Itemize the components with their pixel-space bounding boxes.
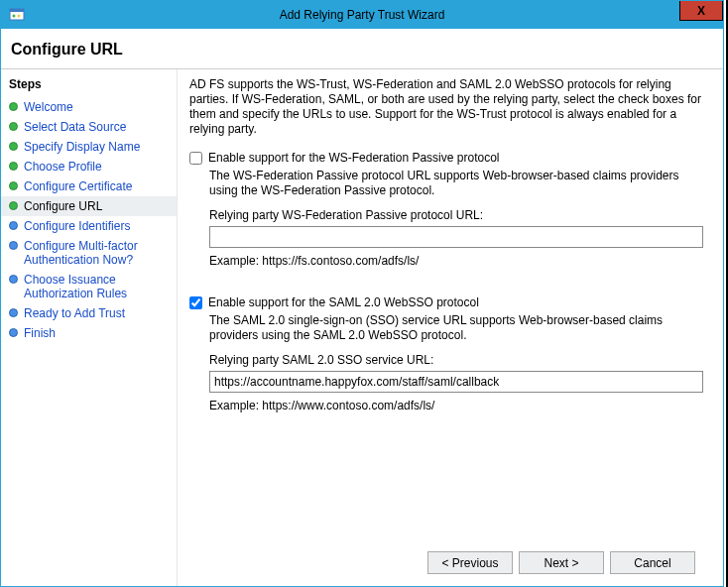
step-item[interactable]: Ready to Add Trust: [1, 303, 177, 323]
step-label: Configure Identifiers: [24, 219, 171, 233]
step-label: Choose Issuance Authorization Rules: [24, 273, 171, 300]
saml-description: The SAML 2.0 single-sign-on (SSO) servic…: [209, 313, 709, 343]
step-label: Specify Display Name: [24, 140, 171, 154]
step-label: Configure Certificate: [24, 179, 171, 193]
step-bullet-icon: [9, 181, 18, 190]
step-item[interactable]: Configure URL: [1, 196, 177, 216]
wsfed-description: The WS-Federation Passive protocol URL s…: [209, 169, 709, 198]
cancel-button[interactable]: Cancel: [610, 551, 695, 574]
step-bullet-icon: [9, 122, 18, 131]
wsfed-checkbox-row[interactable]: Enable support for the WS-Federation Pas…: [189, 151, 709, 165]
step-label: Welcome: [24, 100, 171, 114]
next-button[interactable]: Next >: [519, 551, 604, 574]
step-bullet-icon: [9, 275, 18, 284]
window-title: Add Relying Party Trust Wizard: [1, 8, 723, 22]
button-row: < Previous Next > Cancel: [189, 541, 709, 586]
step-label: Configure Multi-factor Authentication No…: [24, 239, 171, 267]
wsfed-checkbox-label[interactable]: Enable support for the WS-Federation Pas…: [208, 151, 499, 165]
wsfed-url-label: Relying party WS-Federation Passive prot…: [209, 208, 709, 222]
body: Steps WelcomeSelect Data SourceSpecify D…: [1, 69, 723, 586]
saml-checkbox-row[interactable]: Enable support for the SAML 2.0 WebSSO p…: [189, 295, 709, 309]
step-item[interactable]: Configure Certificate: [1, 176, 177, 196]
step-bullet-icon: [9, 221, 18, 230]
titlebar: Add Relying Party Trust Wizard X: [1, 1, 723, 29]
step-item[interactable]: Configure Identifiers: [1, 216, 177, 236]
step-item[interactable]: Specify Display Name: [1, 137, 177, 157]
step-bullet-icon: [9, 241, 18, 250]
wsfed-url-input[interactable]: [209, 226, 703, 248]
step-label: Ready to Add Trust: [24, 306, 171, 320]
step-bullet-icon: [9, 102, 18, 111]
steps-title: Steps: [1, 73, 177, 97]
intro-text: AD FS supports the WS-Trust, WS-Federati…: [189, 77, 709, 137]
step-item[interactable]: Select Data Source: [1, 117, 177, 137]
steps-sidebar: Steps WelcomeSelect Data SourceSpecify D…: [1, 69, 178, 586]
step-label: Choose Profile: [24, 160, 171, 174]
step-bullet-icon: [9, 142, 18, 151]
step-item[interactable]: Choose Profile: [1, 157, 177, 176]
wsfed-checkbox[interactable]: [189, 152, 202, 165]
close-button[interactable]: X: [679, 1, 723, 21]
step-item[interactable]: Configure Multi-factor Authentication No…: [1, 236, 177, 270]
wsfed-example: Example: https://fs.contoso.com/adfs/ls/: [209, 254, 709, 268]
step-item[interactable]: Finish: [1, 323, 177, 343]
step-bullet-icon: [9, 328, 18, 337]
previous-button[interactable]: < Previous: [427, 551, 513, 574]
saml-checkbox-label[interactable]: Enable support for the SAML 2.0 WebSSO p…: [208, 295, 479, 309]
page-title: Configure URL: [1, 29, 723, 68]
saml-example: Example: https://www.contoso.com/adfs/ls…: [209, 399, 709, 412]
step-item[interactable]: Choose Issuance Authorization Rules: [1, 270, 177, 303]
saml-url-label: Relying party SAML 2.0 SSO service URL:: [209, 353, 709, 367]
step-item[interactable]: Welcome: [1, 97, 177, 117]
step-label: Select Data Source: [24, 120, 171, 134]
step-bullet-icon: [9, 201, 18, 210]
content-panel: AD FS supports the WS-Trust, WS-Federati…: [178, 69, 723, 586]
step-label: Finish: [24, 326, 171, 340]
saml-url-input[interactable]: [209, 371, 703, 393]
close-icon: X: [697, 4, 705, 18]
step-bullet-icon: [9, 308, 18, 317]
step-bullet-icon: [9, 162, 18, 171]
saml-checkbox[interactable]: [189, 296, 202, 309]
wizard-window: Add Relying Party Trust Wizard X Configu…: [0, 0, 724, 587]
step-label: Configure URL: [24, 199, 171, 213]
